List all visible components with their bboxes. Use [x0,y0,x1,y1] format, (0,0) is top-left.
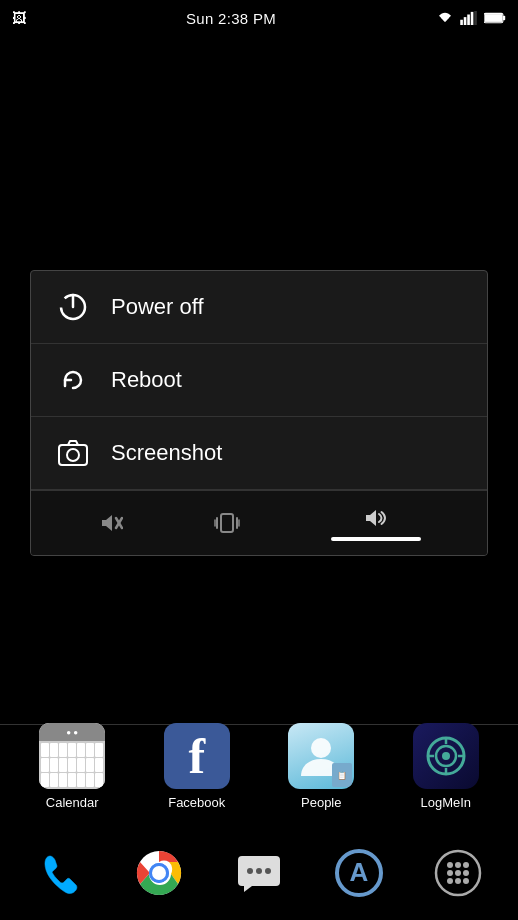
power-menu-dialog: Power off Reboot Screenshot [30,270,488,556]
nav-bar: A [0,825,518,920]
app-dock: ● ● [0,713,518,820]
svg-point-32 [247,868,253,874]
people-app[interactable]: 📋 People [271,723,371,810]
mute-icon[interactable] [97,510,123,536]
svg-point-45 [455,878,461,884]
people-icon: 📋 [288,723,354,789]
svg-point-11 [67,449,79,461]
screenshot-label: Screenshot [111,440,222,466]
power-off-item[interactable]: Power off [31,271,487,344]
chrome-nav-item[interactable] [124,838,194,908]
calendar-icon: ● ● [39,723,105,789]
vibrate-icon[interactable] [214,510,240,536]
svg-point-46 [463,878,469,884]
power-off-icon [55,289,91,325]
status-indicators [436,11,506,25]
logmein-label: LogMeIn [420,795,471,810]
volume-slider[interactable] [331,537,421,541]
people-label: People [301,795,341,810]
volume-control[interactable] [331,505,421,541]
wifi-icon [436,11,454,25]
logmein-app[interactable]: LogMeIn [396,723,496,810]
svg-rect-1 [464,17,467,25]
status-time-value: 2:38 PM [218,10,276,27]
svg-point-33 [256,868,262,874]
svg-point-19 [311,738,331,758]
reboot-item[interactable]: Reboot [31,344,487,417]
svg-rect-0 [460,20,463,25]
svg-rect-14 [221,514,233,532]
svg-point-44 [447,878,453,884]
status-bar: 🖼 Sun 2:38 PM [0,0,518,36]
svg-point-43 [463,870,469,876]
logmein-icon [413,723,479,789]
screenshot-icon [55,435,91,471]
image-notification-icon: 🖼 [12,10,26,26]
svg-point-39 [455,862,461,868]
svg-rect-4 [474,11,477,25]
status-day: Sun [186,10,214,27]
reboot-icon [55,362,91,398]
svg-rect-7 [503,16,505,21]
svg-rect-2 [467,15,470,26]
calendar-label: Calendar [46,795,99,810]
svg-text:A: A [349,857,368,887]
addressbook-nav-item[interactable]: A [324,838,394,908]
reboot-label: Reboot [111,367,182,393]
messenger-nav-item[interactable] [224,838,294,908]
signal-icon [460,11,478,25]
svg-rect-6 [485,14,502,22]
svg-point-41 [447,870,453,876]
calendar-app[interactable]: ● ● [22,723,122,810]
dialog-controls [31,490,487,555]
svg-point-30 [152,866,166,880]
status-time: Sun 2:38 PM [186,10,276,27]
facebook-label: Facebook [168,795,225,810]
screenshot-item[interactable]: Screenshot [31,417,487,490]
battery-icon [484,11,506,25]
facebook-icon: f [164,723,230,789]
facebook-app[interactable]: f Facebook [147,723,247,810]
apps-nav-item[interactable] [423,838,493,908]
svg-point-34 [265,868,271,874]
svg-point-38 [447,862,453,868]
svg-rect-3 [471,12,474,25]
svg-point-22 [442,752,450,760]
status-notifications: 🖼 [12,10,26,26]
svg-point-40 [463,862,469,868]
svg-point-42 [455,870,461,876]
phone-nav-item[interactable] [25,838,95,908]
power-off-label: Power off [111,294,204,320]
